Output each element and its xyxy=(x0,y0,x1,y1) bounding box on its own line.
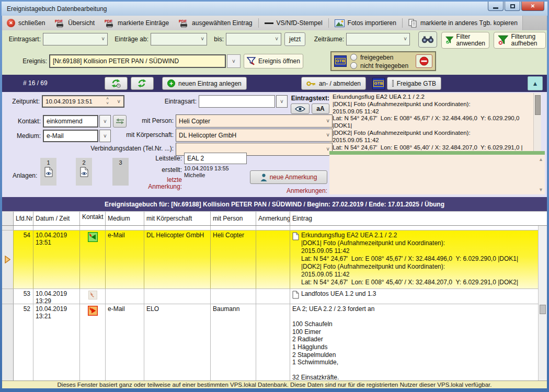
anlage-3-slot[interactable]: 3 xyxy=(112,158,129,186)
col-header-person[interactable]: mit Person xyxy=(211,212,256,225)
col-header-medium[interactable]: Medium xyxy=(106,212,144,225)
swap-contact-button[interactable] xyxy=(113,115,127,128)
released-radio-row: freigegeben xyxy=(350,53,393,61)
toolbar-pdf-overview-button[interactable]: PDF Übersicht xyxy=(50,16,99,30)
apply-filter-button[interactable]: Filter anwenden xyxy=(441,32,489,49)
not-released-radio[interactable] xyxy=(350,62,357,69)
refresh-time-button[interactable] xyxy=(105,77,128,90)
login-logout-button[interactable]: an- / abmelden xyxy=(301,77,366,90)
jetzt-button[interactable]: jetzt xyxy=(284,32,305,46)
toolbar-copy-marked-button[interactable]: markierte in anderes Tgb. kopieren xyxy=(404,16,522,30)
incoming-email-icon xyxy=(88,232,98,242)
scroll-up-icon[interactable]: ▲ xyxy=(539,157,543,162)
zeitraeume-label: Zeiträume: xyxy=(312,35,344,43)
toolbar-separator xyxy=(328,18,329,28)
chevron-down-icon: ˅ xyxy=(201,37,204,42)
close-window-button[interactable]: ✕ xyxy=(521,2,544,11)
toolbar-pdf-marked-button[interactable]: PDF markierte Einträge xyxy=(99,16,174,30)
record-navbar: # 16 / 69 + neuen Eintrag anlegen an- / … xyxy=(2,75,547,92)
maximize-button[interactable] xyxy=(505,2,520,11)
maximize-icon xyxy=(510,4,515,8)
col-header-koerperschaft[interactable]: mit Körperschaft xyxy=(144,212,211,225)
medium-combo[interactable]: e-Mail xyxy=(43,130,98,142)
diary-banner: Ereignistagebuch für: [Nr.69188] Kollisi… xyxy=(2,197,547,211)
toolbar-close-button[interactable]: ✕ schließen xyxy=(2,16,50,30)
kontakt-combo[interactable]: einkommend xyxy=(43,115,98,128)
view-text-button[interactable] xyxy=(291,103,310,114)
open-event-button[interactable]: Ereignis öffnen xyxy=(244,54,303,68)
table-row[interactable]: 54 10.04.2019 13:51 e-Mail DL Helicopter… xyxy=(2,230,547,289)
collapse-panel-button[interactable]: ▲ xyxy=(528,76,543,90)
gtb-badge-icon: GTB xyxy=(334,55,347,67)
format-text-button[interactable]: aA xyxy=(312,103,329,114)
titlebar: Ereignistagebuch Datenbearbeitung ✕ xyxy=(2,2,547,16)
col-header-lfdnr[interactable]: Lfd.Nr. xyxy=(14,212,33,225)
new-entry-button[interactable]: + neuen Eintrag anlegen xyxy=(162,77,247,90)
anlage-2-slot[interactable]: 2 xyxy=(76,158,92,186)
release-gtb-toggle[interactable]: Freigabe GTB xyxy=(387,77,441,90)
koerperschaft-combo[interactable]: DL Helicopter GmbH˅ xyxy=(176,129,333,142)
scroll-down-icon[interactable]: ▼ xyxy=(539,187,543,192)
letzte-anmerkung-label: letzte Anmerkung: xyxy=(144,177,182,190)
col-header-anmerkung[interactable]: Anmerkung v. xyxy=(256,212,290,225)
spinner-icon[interactable]: ˄˅ xyxy=(106,96,109,106)
eye-icon xyxy=(295,106,305,112)
not-released-radio-row: nicht freigegeben xyxy=(350,62,408,70)
new-remark-button[interactable]: neue Anmerkung xyxy=(250,170,327,184)
col-header-kontakt[interactable]: Kontakt xyxy=(80,212,106,225)
kontakt-combo-arrow[interactable]: ˅ xyxy=(99,115,111,128)
clear-filter-button[interactable]: Filterung aufheben xyxy=(494,32,546,49)
col-header-eintrag[interactable]: Eintrag xyxy=(290,212,547,225)
eintragsart-combo[interactable] xyxy=(199,95,275,108)
released-radio[interactable] xyxy=(350,54,357,61)
entry-form: Zeitpunkt: 10.04.2019 13:51 ˄˅ ˅ Eintrag… xyxy=(2,92,547,197)
document-eye-icon xyxy=(44,167,53,177)
zeitpunkt-field[interactable]: 10.04.2019 13:51 ˄˅ ˅ xyxy=(42,95,124,108)
toolbar-import-photos-button[interactable]: Fotos importieren xyxy=(330,16,401,30)
anmerkungen-panel[interactable]: ▲ ▼ xyxy=(329,155,545,194)
leitstelle-label: Leitstelle: xyxy=(148,154,182,163)
window-title: Ereignistagebuch Datenbearbeitung xyxy=(7,5,107,13)
table-row[interactable]: 53 10.04.2019 13:29 Landfotos UEA 1.2 un… xyxy=(2,289,547,304)
eintragsart-filter-combo[interactable]: ˅ xyxy=(43,33,108,45)
table-header: Lfd.Nr. Datum / Zeit Kontakt Medium mit … xyxy=(2,211,547,226)
ereignis-combo[interactable]: [Nr.69188] Kollision PETER PAN / SÜDWIND xyxy=(49,54,226,68)
chevron-down-icon: ˅ xyxy=(326,132,329,138)
anlage-1-slot[interactable]: 1 xyxy=(40,158,56,186)
person-combo[interactable]: Heli Copter˅ xyxy=(176,114,333,128)
zeitraeume-combo[interactable]: ˅ xyxy=(346,33,410,45)
eintragstext-panel[interactable]: Erkundungsflug EA2 UEA 2.1 / 2.2 |DOK1| … xyxy=(329,93,533,151)
chevron-down-icon: ˅ xyxy=(101,37,105,42)
eintragstext-label: Eintragstext: xyxy=(289,94,329,102)
table-scrollbar[interactable] xyxy=(538,226,547,381)
zeitpunkt-label: Zeitpunkt: xyxy=(7,97,40,106)
scrollbar-thumb[interactable] xyxy=(540,305,546,314)
toolbar-pdf-selected-button[interactable]: PDF ausgewählten Eintrag xyxy=(174,16,257,30)
status-bar: Dieses Fenster basiert ganz oder teilwei… xyxy=(2,381,547,388)
anmerkungen-label: Anmerkungen: xyxy=(283,187,327,195)
table-row[interactable]: 52 10.04.2019 13:21 e-Mail ELO Baumann E… xyxy=(2,304,547,381)
table-body: 54 10.04.2019 13:51 e-Mail DL Helicopter… xyxy=(2,226,547,381)
eintragstext-scrollbar[interactable] xyxy=(533,93,541,151)
release-gtb-checkbox[interactable] xyxy=(392,80,394,87)
ereignis-combo-arrow[interactable]: ˅ xyxy=(227,54,241,68)
toolbar-stamp-button[interactable]: VS/NfD-Stempel xyxy=(260,16,327,30)
binoculars-icon xyxy=(421,36,434,43)
eintragsart-combo-arrow[interactable]: ˅ xyxy=(276,95,288,108)
no-entry-button[interactable] xyxy=(416,54,432,68)
chevron-down-icon: ˅ xyxy=(404,37,407,42)
entries-to-combo[interactable]: ˅ xyxy=(226,33,281,45)
medium-combo-arrow[interactable]: ˅ xyxy=(99,130,111,142)
refresh-button[interactable] xyxy=(131,77,154,90)
leitstelle-input[interactable] xyxy=(184,153,247,164)
gtb-release-group: GTB freigegeben nicht freigegeben xyxy=(330,51,436,71)
document-icon xyxy=(292,232,299,240)
kontakt-label: Kontakt: xyxy=(10,117,41,125)
search-button[interactable] xyxy=(418,31,437,48)
panel-divider xyxy=(329,151,545,155)
col-header-datum[interactable]: Datum / Zeit xyxy=(33,212,80,225)
scrollbar-thumb[interactable] xyxy=(535,95,541,115)
entries-from-combo[interactable]: ˅ xyxy=(151,33,207,45)
chevron-down-icon[interactable]: ˅ xyxy=(117,99,120,105)
minimize-button[interactable] xyxy=(488,2,504,11)
